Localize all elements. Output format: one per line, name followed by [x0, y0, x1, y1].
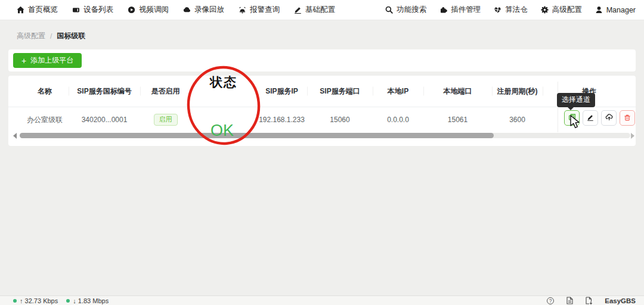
gear-icon: [541, 6, 549, 14]
nav-left: 首页概览 设备列表 视频调阅 录像回放 报警查询 基础配置: [17, 5, 335, 15]
table-row: 办公室级联 340200...0001 启用 192.168.1.233 150…: [8, 107, 636, 132]
status-bar: ↑ 32.73 Kbps ↓ 1.83 Mbps ? EasyGBS: [0, 295, 644, 305]
document-icon[interactable]: [566, 297, 573, 304]
breadcrumb-parent[interactable]: 高级配置: [17, 31, 45, 41]
add-platform-label: 添加上级平台: [30, 55, 73, 66]
nav-item-plugins[interactable]: 插件管理: [439, 5, 481, 15]
plugin-icon: [439, 6, 447, 14]
nav-item-advanced-config[interactable]: 高级配置: [541, 5, 582, 15]
breadcrumb: 高级配置 / 国标级联: [17, 31, 85, 41]
cloud-share-button[interactable]: [601, 110, 617, 126]
edit-button[interactable]: [583, 110, 598, 126]
cloud-share-icon: [605, 113, 613, 123]
export-icon[interactable]: [585, 297, 593, 304]
help-icon[interactable]: ?: [547, 297, 554, 304]
header-local-port: 本地端口: [423, 86, 492, 97]
network-stats: ↑ 32.73 Kbps ↓ 1.83 Mbps: [13, 297, 109, 304]
nav-right: 功能搜索 插件管理 算法仓 高级配置 Manager: [385, 5, 636, 15]
upload-status-dot: [13, 299, 17, 303]
nav-item-devices[interactable]: 设备列表: [72, 5, 113, 15]
scroll-left-arrow-icon[interactable]: [13, 133, 17, 139]
header-name: 名称: [21, 86, 69, 97]
nav-item-user[interactable]: Manager: [595, 6, 636, 14]
cell-name: 办公室级联: [21, 115, 69, 125]
cascade-table-card: 名称 SIP服务国标编号 是否启用 SIP服务IP SIP服务端口 本地IP 本…: [8, 76, 636, 146]
nav-label: 报警查询: [250, 5, 280, 15]
breadcrumb-current: 国标级联: [57, 31, 85, 41]
select-channel-tooltip: 选择通道: [557, 93, 595, 107]
row-actions: [564, 110, 635, 126]
nav-item-alarm[interactable]: 报警查询: [239, 5, 280, 15]
nav-item-home[interactable]: 首页概览: [17, 5, 58, 15]
nav-label: Manager: [606, 6, 636, 14]
download-rate: ↓ 1.83 Mbps: [73, 297, 109, 304]
upload-rate: ↑ 32.73 Kbps: [20, 297, 58, 304]
home-icon: [17, 6, 24, 14]
cell-register-period: 3600: [492, 116, 543, 124]
page: 首页概览 设备列表 视频调阅 录像回放 报警查询 基础配置: [0, 0, 644, 305]
nav-label: 首页概览: [28, 5, 58, 15]
table-header-row: 名称 SIP服务国标编号 是否启用 SIP服务IP SIP服务端口 本地IP 本…: [8, 76, 636, 107]
header-sip-ip: SIP服务IP: [256, 86, 307, 97]
horizontal-scrollbar-track[interactable]: [20, 133, 630, 138]
user-icon: [595, 6, 603, 14]
device-list-icon: [72, 6, 80, 14]
nav-item-basic-config[interactable]: 基础配置: [294, 5, 335, 15]
cell-local-ip: 0.0.0.0: [373, 116, 423, 124]
plus-icon: +: [21, 57, 26, 65]
horizontal-scrollbar-thumb[interactable]: [20, 133, 494, 138]
nav-item-search[interactable]: 功能搜索: [385, 5, 426, 15]
toolbar-card: + 添加上级平台: [8, 49, 636, 71]
header-gb-code: SIP服务国标编号: [69, 86, 140, 97]
nav-label: 视频调阅: [139, 5, 169, 15]
nav-label: 算法仓: [505, 5, 528, 15]
brand-label: EasyGBS: [605, 297, 636, 304]
algorithm-icon: [494, 6, 501, 14]
footer-right: ? EasyGBS: [547, 297, 636, 304]
nav-label: 基础配置: [305, 5, 335, 15]
alarm-icon: [239, 6, 246, 14]
delete-icon: [624, 114, 631, 123]
top-navbar: 首页概览 设备列表 视频调阅 录像回放 报警查询 基础配置: [0, 0, 644, 20]
status-column-title: 状态: [191, 74, 256, 91]
nav-label: 高级配置: [552, 5, 582, 15]
download-stat: ↓ 1.83 Mbps: [66, 297, 109, 304]
select-channel-icon: [568, 113, 576, 123]
cell-gb-code: 340200...0001: [69, 116, 140, 124]
nav-label: 功能搜索: [397, 5, 426, 15]
delete-button[interactable]: [620, 110, 635, 126]
cell-sip-port: 15060: [307, 116, 373, 124]
header-register-period: 注册周期(秒): [492, 86, 543, 97]
nav-label: 设备列表: [83, 5, 113, 15]
download-status-dot: [66, 299, 70, 303]
nav-item-playback[interactable]: 录像回放: [183, 5, 224, 15]
nav-item-algorithms[interactable]: 算法仓: [494, 5, 528, 15]
search-icon: [385, 6, 393, 14]
video-play-icon: [128, 6, 135, 14]
cell-sip-ip: 192.168.1.233: [256, 116, 307, 124]
upload-stat: ↑ 32.73 Kbps: [13, 297, 58, 304]
pencil-icon: [294, 6, 302, 14]
edit-icon: [587, 114, 594, 123]
scroll-right-arrow-icon[interactable]: [631, 133, 634, 139]
nav-label: 插件管理: [451, 5, 481, 15]
header-local-ip: 本地IP: [373, 86, 423, 97]
header-enabled: 是否启用: [140, 86, 191, 97]
cell-local-port: 15061: [423, 116, 492, 124]
nav-item-video[interactable]: 视频调阅: [128, 5, 169, 15]
header-sip-port: SIP服务端口: [307, 86, 373, 97]
add-platform-button[interactable]: + 添加上级平台: [13, 53, 82, 68]
nav-label: 录像回放: [194, 5, 224, 15]
breadcrumb-separator: /: [50, 32, 52, 41]
cloud-playback-icon: [183, 6, 191, 14]
cell-enabled: 启用: [140, 114, 191, 126]
status-value: OK: [191, 122, 253, 140]
enabled-badge: 启用: [154, 114, 178, 126]
